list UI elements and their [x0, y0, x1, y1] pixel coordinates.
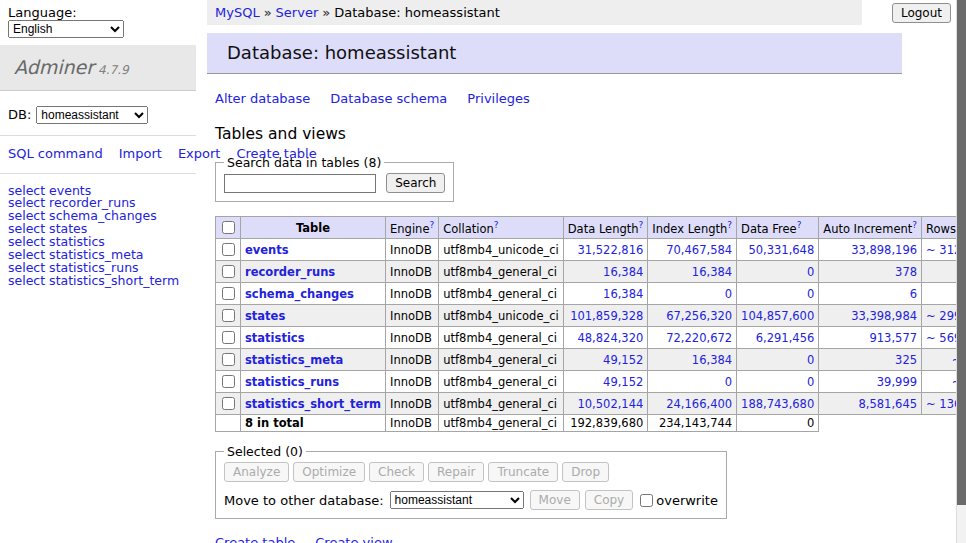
action-privileges[interactable]: Privileges — [467, 91, 530, 106]
app-logo-link[interactable]: Adminer — [14, 56, 94, 78]
sidebar-link-create-table[interactable]: Create table — [236, 146, 316, 161]
data-free-link[interactable]: 50,331,648 — [748, 243, 814, 257]
index-length-link[interactable]: 16,384 — [692, 353, 732, 367]
action-database-schema[interactable]: Database schema — [330, 91, 447, 106]
sidebar-select-statistics_short_term[interactable]: select statistics_short_term — [8, 275, 188, 288]
data-length-link[interactable]: 16,384 — [603, 287, 643, 301]
table-name-cell: statistics — [241, 327, 386, 349]
check-button[interactable]: Check — [369, 462, 424, 482]
select-all-checkbox[interactable] — [222, 221, 235, 234]
index-length-link[interactable]: 70,467,584 — [666, 243, 732, 257]
auto-increment-link[interactable]: 33,898,196 — [851, 243, 917, 257]
table-link-statistics_meta[interactable]: statistics_meta — [245, 353, 343, 367]
breadcrumb-link-0[interactable]: MySQL — [215, 5, 260, 20]
data-length-link[interactable]: 10,502,144 — [577, 397, 643, 411]
help-link[interactable]: ? — [797, 220, 802, 230]
column-header-auto-increment: Auto Increment? — [819, 217, 922, 239]
data-free-cell: 104,857,600 — [737, 305, 819, 327]
auto-increment-link[interactable]: 8,581,645 — [859, 397, 918, 411]
logout-button[interactable]: Logout — [892, 3, 951, 23]
tables-heading: Tables and views — [215, 125, 954, 143]
auto-increment-link[interactable]: 39,999 — [877, 375, 917, 389]
table-link-recorder_runs[interactable]: recorder_runs — [245, 265, 335, 279]
sidebar-link-sql-command[interactable]: SQL command — [8, 146, 103, 161]
auto-increment-link[interactable]: 325 — [895, 353, 917, 367]
table-link-statistics[interactable]: statistics — [245, 331, 305, 345]
help-link[interactable]: ? — [429, 220, 434, 230]
table-link-states[interactable]: states — [245, 309, 285, 323]
data-free-link[interactable]: 0 — [807, 265, 814, 279]
row-checkbox-states[interactable] — [222, 309, 235, 322]
data-length-link[interactable]: 48,824,320 — [577, 331, 643, 345]
analyze-button[interactable]: Analyze — [224, 462, 289, 482]
table-row-events: eventsInnoDButf8mb4_unicode_ci31,522,816… — [216, 239, 966, 261]
copy-button[interactable]: Copy — [585, 490, 633, 510]
create-table-link[interactable]: Create table — [215, 535, 295, 543]
data-length-link[interactable]: 16,384 — [603, 265, 643, 279]
auto-increment-link[interactable]: 378 — [895, 265, 917, 279]
page-title: Database: homeassistant — [207, 33, 902, 74]
data-length-link[interactable]: 31,522,816 — [577, 243, 643, 257]
language-row: Language:English — [0, 0, 196, 42]
breadcrumb-link-1[interactable]: Server — [276, 5, 319, 20]
repair-button[interactable]: Repair — [428, 462, 484, 482]
data-length-link[interactable]: 49,152 — [603, 375, 643, 389]
row-checkbox-cell — [216, 239, 241, 261]
data-free-link[interactable]: 0 — [807, 353, 814, 367]
row-checkbox-statistics_runs[interactable] — [222, 375, 235, 388]
row-checkbox-statistics_short_term[interactable] — [222, 397, 235, 410]
db-select[interactable]: homeassistant — [36, 106, 148, 124]
truncate-button[interactable]: Truncate — [488, 462, 558, 482]
row-checkbox-cell — [216, 305, 241, 327]
index-length-link[interactable]: 0 — [725, 287, 732, 301]
data-length-link[interactable]: 101,859,328 — [570, 309, 643, 323]
index-length-link[interactable]: 24,166,400 — [666, 397, 732, 411]
table-row-schema_changes: schema_changesInnoDButf8mb4_general_ci16… — [216, 283, 966, 305]
data-free-link[interactable]: 104,857,600 — [741, 309, 814, 323]
move-button[interactable]: Move — [530, 490, 580, 510]
data-free-link[interactable]: 188,743,680 — [741, 397, 814, 411]
scrollbar-thumb[interactable] — [957, 0, 966, 505]
index-length-link[interactable]: 0 — [725, 375, 732, 389]
auto-increment-link[interactable]: 913,577 — [869, 331, 917, 345]
row-checkbox-recorder_runs[interactable] — [222, 265, 235, 278]
sidebar-link-import[interactable]: Import — [119, 146, 162, 161]
row-checkbox-statistics_meta[interactable] — [222, 353, 235, 366]
vertical-scrollbar[interactable] — [956, 0, 966, 543]
auto-increment-link[interactable]: 6 — [910, 287, 917, 301]
table-link-statistics_runs[interactable]: statistics_runs — [245, 375, 339, 389]
data-length-link[interactable]: 49,152 — [603, 353, 643, 367]
sidebar-link-export[interactable]: Export — [178, 146, 221, 161]
optimize-button[interactable]: Optimize — [293, 462, 365, 482]
index-length-link[interactable]: 16,384 — [692, 265, 732, 279]
search-button[interactable]: Search — [386, 173, 445, 193]
language-select[interactable]: English — [8, 20, 124, 38]
row-checkbox-cell — [216, 371, 241, 393]
table-row-statistics_short_term: statistics_short_termInnoDButf8mb4_gener… — [216, 393, 966, 415]
index-length-link[interactable]: 67,256,320 — [666, 309, 732, 323]
data-free-link[interactable]: 0 — [807, 287, 814, 301]
drop-button[interactable]: Drop — [562, 462, 609, 482]
create-view-link[interactable]: Create view — [315, 535, 392, 543]
auto-increment-link[interactable]: 33,398,984 — [851, 309, 917, 323]
data-free-link[interactable]: 6,291,456 — [756, 331, 815, 345]
help-link[interactable]: ? — [639, 220, 644, 230]
table-link-statistics_short_term[interactable]: statistics_short_term — [245, 397, 381, 411]
row-checkbox-events[interactable] — [222, 243, 235, 256]
move-database-select[interactable]: homeassistant — [390, 491, 524, 509]
overwrite-checkbox[interactable] — [640, 494, 653, 507]
table-link-events[interactable]: events — [245, 243, 289, 257]
data-free-link[interactable]: 0 — [807, 375, 814, 389]
help-link[interactable]: ? — [727, 220, 732, 230]
data-length-cell: 101,859,328 — [563, 305, 648, 327]
help-link[interactable]: ? — [912, 220, 917, 230]
row-checkbox-statistics[interactable] — [222, 331, 235, 344]
table-link-schema_changes[interactable]: schema_changes — [245, 287, 354, 301]
action-alter-database[interactable]: Alter database — [215, 91, 310, 106]
column-header-collation: Collation? — [439, 217, 564, 239]
row-checkbox-schema_changes[interactable] — [222, 287, 235, 300]
index-length-link[interactable]: 72,220,672 — [666, 331, 732, 345]
collation-cell: utf8mb4_general_ci — [439, 349, 564, 371]
help-link[interactable]: ? — [494, 220, 499, 230]
search-input[interactable] — [224, 174, 376, 193]
